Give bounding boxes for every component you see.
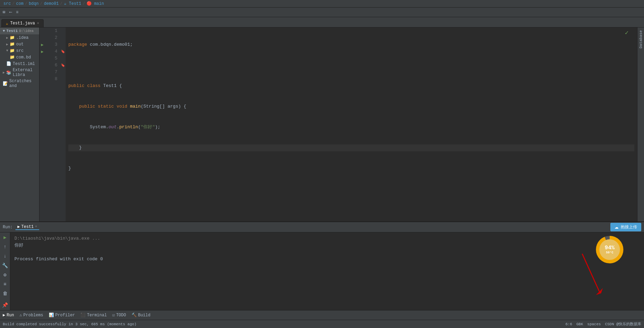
breadcrumb-bdqn[interactable]: bdqn — [29, 1, 39, 6]
bookmark-icon-6[interactable]: 🔖 — [61, 63, 65, 67]
performance-gauge: 94% 50°C — [596, 236, 623, 263]
sidebar-item-iml[interactable]: 📄 Test1.iml — [0, 61, 39, 67]
tab-build[interactable]: 🔨 Build — [132, 313, 150, 318]
run-indicator-3[interactable]: ▶ — [41, 42, 43, 47]
code-editor[interactable]: ▶ ▶ 1 2 3 4 5 6 7 8 🔖 🔖 — [39, 28, 637, 221]
file-icon: 📄 — [6, 61, 11, 66]
breadcrumb-com[interactable]: com — [16, 1, 24, 6]
project-title: Test1 — [7, 29, 18, 33]
breadcrumb-demo01[interactable]: demo01 — [44, 1, 59, 6]
breadcrumb-test1[interactable]: ☕ Test1 — [64, 1, 81, 6]
code-line-6: } — [68, 144, 634, 151]
expand-arrow-icon: ▼ — [3, 29, 5, 33]
tab-problems[interactable]: ⚠ Problems — [20, 313, 43, 318]
bookmark-4: 🔖 — [60, 48, 66, 55]
sidebar-label: Test1.iml — [13, 62, 35, 66]
cursor-position[interactable]: 6:6 — [565, 322, 572, 326]
sidebar-item-com[interactable]: 📁 com.bd — [0, 54, 39, 61]
build-icon: 🔨 — [132, 313, 137, 318]
run-filter-btn[interactable]: ⚙ — [1, 271, 9, 278]
sidebar-label: src — [16, 48, 24, 53]
tab-todo[interactable]: ☑ TODO — [112, 313, 126, 318]
bookmark-2 — [60, 34, 66, 41]
main-area: ▼ Test1 D:\idea ▶ 📁 .idea ▶ 📁 out ▼ 📁 sr… — [0, 28, 644, 221]
line-numbers: 1 2 3 4 5 6 7 8 — [46, 28, 60, 221]
sidebar-item-src[interactable]: ▼ 📁 src — [0, 47, 39, 54]
code-line-4: public static void main (String[] args) … — [68, 103, 634, 110]
build-label: Build — [138, 313, 150, 318]
todo-icon: ☑ — [112, 313, 115, 318]
sidebar-label: Scratches and — [9, 79, 36, 88]
run-scroll-down-btn[interactable]: ↓ — [1, 253, 9, 260]
run-settings-btn[interactable]: 🔧 — [1, 262, 9, 269]
gutter-3: ▶ — [39, 41, 46, 48]
console-line-blank — [14, 249, 640, 256]
gauge-temp: 50°C — [606, 251, 613, 254]
code-line-1: package com.bdqn.demo01; — [68, 41, 634, 48]
sidebar-item-external-libs[interactable]: ▶ 📚 External Libra — [0, 67, 39, 78]
sidebar-item-out[interactable]: ▶ 📁 out — [0, 41, 39, 47]
navigate-back-btn[interactable]: ⟵ — [8, 9, 13, 15]
gutter-1 — [39, 28, 46, 34]
tab-run[interactable]: ▶ Run — [3, 313, 14, 318]
expand-arrow-icon: ▼ — [6, 49, 8, 53]
breadcrumb-src[interactable]: src — [3, 1, 11, 6]
status-bar: Build completed successfully in 3 sec, 6… — [0, 320, 644, 328]
code-line-5: System . out . println ( "你好" ); — [68, 124, 634, 131]
code-content[interactable]: package com.bdqn.demo01; public class Te… — [66, 28, 637, 221]
run-tab-test1[interactable]: ▶ Test1 × — [15, 224, 39, 230]
gutter-8 — [39, 76, 46, 83]
breadcrumb-main[interactable]: 🔴 main — [87, 1, 104, 6]
java-file-tab-icon: ☕ — [6, 21, 8, 26]
run-format-btn[interactable]: ≡ — [1, 281, 9, 288]
folder-icon: 📁 — [10, 42, 15, 47]
right-panel: Database — [637, 28, 644, 221]
sidebar-item-scratches[interactable]: 📝 Scratches and — [0, 78, 39, 89]
bookmark-5 — [60, 55, 66, 62]
scratches-icon: 📝 — [3, 81, 8, 86]
bottom-area: Run: ▶ Test1 × ☁ 抱接上传 ▶ ↑ ↓ 🔧 ⚙ ≡ 🗑 📌 D:… — [0, 221, 644, 328]
tab-close-btn[interactable]: × — [37, 22, 39, 25]
bookmark-8 — [60, 76, 66, 83]
upload-button[interactable]: ☁ 抱接上传 — [610, 223, 641, 231]
run-trash-btn[interactable]: 🗑 — [1, 290, 9, 297]
tab-profiler[interactable]: 📊 Profiler — [49, 313, 75, 318]
run-pin-btn[interactable]: 📌 — [1, 302, 9, 309]
gutter-markers: ▶ ▶ — [39, 28, 46, 221]
bottom-toolbar: ▶ Run ⚠ Problems 📊 Profiler ⬛ Terminal ☑… — [0, 310, 644, 320]
run-icon: ▶ — [18, 224, 20, 229]
profiler-label: Profiler — [55, 313, 75, 318]
run-play-btn[interactable]: ▶ — [1, 234, 9, 241]
code-line-3: public class Test1 { — [68, 83, 634, 89]
navigate-forward-btn[interactable]: ≡ — [14, 9, 20, 15]
folder-icon: 📁 — [10, 48, 15, 53]
terminal-icon: ⬛ — [80, 313, 86, 318]
gutter-5 — [39, 55, 46, 62]
run-tab-close[interactable]: × — [35, 225, 37, 229]
run-indicator-4[interactable]: ▶ — [41, 49, 43, 54]
editor-tab-bar: ☕ Test1.java × — [0, 17, 644, 28]
breadcrumb-bar: src / com / bdqn / demo01 / ☕ Test1 / 🔴 … — [0, 0, 644, 8]
tab-terminal[interactable]: ⬛ Terminal — [80, 313, 107, 318]
gutter-7 — [39, 69, 46, 76]
code-line-8 — [68, 186, 634, 193]
expand-arrow-icon: ▶ — [6, 36, 8, 40]
libs-icon: 📚 — [6, 70, 11, 75]
sidebar-item-idea[interactable]: ▶ 📁 .idea — [0, 34, 39, 41]
code-line-7: } — [68, 165, 634, 172]
run-sidebar: ▶ ↑ ↓ 🔧 ⚙ ≡ 🗑 📌 — [0, 232, 10, 310]
expand-arrow-icon: ▶ — [3, 70, 5, 75]
bookmark-icon-4[interactable]: 🔖 — [61, 50, 65, 54]
bookmark-3 — [60, 41, 66, 48]
tab-test1-java[interactable]: ☕ Test1.java × — [1, 19, 44, 27]
console-line-exit: Process finished with exit code 0 — [14, 256, 640, 263]
database-panel-label[interactable]: Database — [639, 28, 643, 51]
indent-label[interactable]: spaces — [587, 322, 601, 326]
project-icon[interactable]: ⊞ — [1, 9, 7, 15]
run-scroll-up-btn[interactable]: ↑ — [1, 243, 9, 250]
sidebar-label: .idea — [16, 35, 29, 40]
gutter-6 — [39, 62, 46, 69]
editor-status-check: ✓ — [625, 29, 629, 36]
encoding-label[interactable]: GBK — [576, 322, 583, 326]
folder-icon: 📁 — [10, 35, 15, 40]
